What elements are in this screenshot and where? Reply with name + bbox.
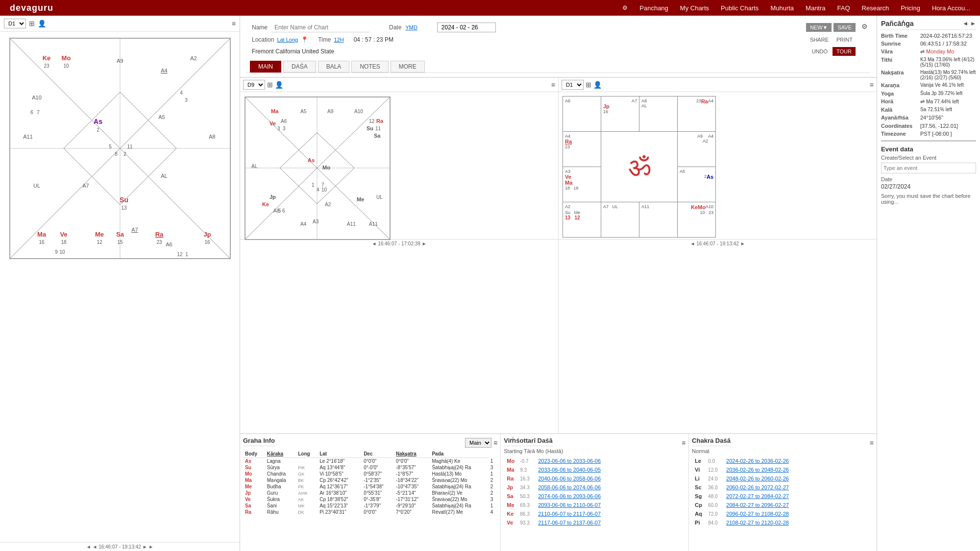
chakra-link-pi[interactable]: 2108-02-27 to 2120-02-28 — [726, 520, 789, 526]
svg-text:Me: Me — [357, 196, 364, 202]
save-button[interactable]: SAVE — [833, 23, 856, 32]
charts-area: D9D1 ⊞ 👤 ≡ — [240, 77, 877, 433]
chakra-link-aq[interactable]: 2096-02-27 to 2108-02-28 — [726, 511, 789, 517]
nav-pricing[interactable]: Pricing — [901, 4, 920, 12]
tour-button[interactable]: TOUR — [833, 47, 856, 56]
date-input[interactable] — [437, 23, 496, 32]
d1-right-type-select[interactable]: D1D9 — [562, 80, 584, 90]
date-ymd-link[interactable]: YMD — [405, 24, 417, 30]
svg-text:16: 16 — [39, 240, 45, 245]
nav-mantra[interactable]: Mantra — [806, 4, 825, 12]
tab-bala[interactable]: BALA — [318, 61, 350, 72]
pin-icon[interactable]: 📍 — [301, 36, 308, 43]
dasha-link-ma[interactable]: 2033-06-06 to 2040-06-05 — [538, 467, 601, 473]
user-icon[interactable]: 👤 — [38, 20, 46, 27]
chakra-link-cp[interactable]: 2084-02-27 to 2096-02-27 — [726, 502, 789, 508]
svg-text:7: 7 — [37, 110, 40, 115]
svg-text:23: 23 — [44, 63, 49, 69]
nav-my-charts[interactable]: My Charts — [680, 4, 709, 12]
svg-text:11: 11 — [127, 144, 133, 149]
svg-text:Ma: Ma — [271, 108, 279, 114]
d1-right-menu-icon[interactable]: ≡ — [870, 81, 874, 89]
graha-menu-icon[interactable]: ≡ — [493, 439, 497, 447]
svg-text:12: 12 — [97, 240, 102, 245]
tab-main[interactable]: MAIN — [250, 61, 281, 72]
d1-right-grid-icon[interactable]: ⊞ — [586, 81, 591, 89]
dasha-link-sa[interactable]: 2074-06-06 to 2093-06-06 — [538, 493, 601, 499]
dasha-link-me[interactable]: 2093-06-06 to 2110-06-07 — [538, 502, 601, 508]
svg-text:Mo: Mo — [61, 54, 71, 62]
svg-text:As: As — [94, 118, 102, 125]
grid-icon[interactable]: ⊞ — [29, 20, 35, 27]
svg-text:Mo: Mo — [322, 165, 330, 170]
d9-menu-icon[interactable]: ≡ — [551, 81, 555, 89]
dasha-link-jp[interactable]: 2058-06-06 to 2074-06-06 — [538, 484, 601, 490]
svg-text:A2: A2 — [325, 202, 331, 207]
gear-icon[interactable]: ⚙ — [622, 4, 628, 11]
lat-long-link[interactable]: Lat Long — [277, 37, 298, 43]
chart-nav-tabs: MAIN DAŚA BALA NOTES MORE — [246, 59, 871, 73]
tab-dasa[interactable]: DAŚA — [283, 61, 316, 72]
name-label: Name — [252, 24, 268, 31]
print-button[interactable]: PRINT — [833, 35, 856, 44]
chakra-link-le[interactable]: 2024-02-26 to 2036-02-26 — [726, 458, 789, 464]
left-next-arrow[interactable]: ► — [148, 544, 153, 550]
nav-public-charts[interactable]: Public Charts — [721, 4, 759, 12]
time-format-link[interactable]: 12H — [334, 37, 343, 43]
graha-row-sa: Sa Śani MK Aq 15°22'13" -1°3'79" -9°29'1… — [243, 503, 497, 509]
svg-text:A7: A7 — [82, 183, 89, 189]
nav-faq[interactable]: FAQ — [837, 4, 850, 12]
new-button[interactable]: NEW▼ — [806, 23, 832, 32]
d1-right-prev[interactable]: ◄ — [690, 241, 695, 246]
name-input[interactable] — [271, 23, 369, 32]
col-body: Body — [243, 450, 265, 458]
dasha-link-ke[interactable]: 2110-06-07 to 2117-06-07 — [538, 511, 601, 517]
svg-text:12: 12 — [369, 119, 375, 124]
menu-icon[interactable]: ≡ — [232, 20, 236, 27]
tab-more[interactable]: MORE — [391, 61, 425, 72]
graha-row-ve: Ve Śukra AK Cp 18°38'52" 0°-35'8" -17°31… — [243, 496, 497, 503]
nav-panchang[interactable]: Panchang — [639, 4, 668, 12]
dasha-link-ra[interactable]: 2040-06-06 to 2058-06-06 — [538, 476, 601, 481]
dasha-row-ve: Ve 93.3 2117-06-07 to 2137-06-07 — [505, 519, 685, 527]
svg-text:3: 3 — [277, 126, 280, 131]
undo-button[interactable]: UNDO — [809, 47, 831, 56]
d9-grid-icon[interactable]: ⊞ — [267, 81, 273, 89]
dasha-link-ve[interactable]: 2117-06-07 to 2137-06-07 — [538, 520, 601, 526]
graha-row-me: Me Budha PK Aq 12°36'17" -1°54'38" -10°4… — [243, 483, 497, 490]
d1-main-chart: A9 Ke 23 Mo 10 A2 A4 A10 6 7 A — [7, 36, 233, 261]
vimshottari-table: Mo -0.7 2023-06-06 to 2033-06-06 Ma 9.3 … — [504, 456, 686, 527]
panchanga-prev[interactable]: ◄ — [962, 20, 968, 27]
chakra-table: Le 0.0 2024-02-26 to 2036-02-26 Vi 12.0 … — [692, 456, 874, 527]
svg-text:A3: A3 — [313, 219, 319, 224]
share-button[interactable]: SHARE — [807, 35, 832, 44]
left-panel: D1D9 ⊞ 👤 ≡ — [0, 16, 240, 551]
graha-dropdown[interactable]: Main — [465, 438, 491, 448]
event-type-input[interactable] — [881, 163, 976, 173]
vimshottari-menu[interactable]: ≡ — [682, 439, 686, 447]
settings-icon[interactable]: ⚙ — [861, 23, 868, 30]
chakra-row-le: Le 0.0 2024-02-26 to 2036-02-26 — [693, 457, 873, 465]
chakra-link-vi[interactable]: 2036-02-26 to 2048-02-26 — [726, 467, 789, 473]
d9-type-select[interactable]: D9D1 — [243, 80, 265, 90]
chakra-link-sg[interactable]: 2072-02-27 to 2084-02-27 — [726, 493, 789, 499]
chakra-link-li[interactable]: 2048-02-26 to 2060-02-26 — [726, 476, 789, 481]
nav-muhurta[interactable]: Muhurta — [770, 4, 794, 12]
d1-right-user-icon[interactable]: 👤 — [593, 81, 602, 89]
svg-text:5: 5 — [109, 144, 112, 149]
d9-next[interactable]: ► — [422, 241, 427, 246]
nav-hora[interactable]: Hora Accou... — [932, 4, 970, 12]
left-panel-toolbar: D1D9 ⊞ 👤 ≡ — [0, 16, 240, 32]
left-chart-footer: ◄ ◄ 16:46:07 - 19:13:42 ► ► — [0, 542, 240, 551]
time-label: Time — [318, 36, 331, 43]
chakra-link-sc[interactable]: 2060-02-26 to 2072-02-27 — [726, 484, 789, 490]
d1-right-next[interactable]: ► — [740, 241, 745, 246]
chakra-menu[interactable]: ≡ — [870, 439, 874, 447]
panchanga-next[interactable]: ► — [970, 20, 976, 27]
nav-research[interactable]: Research — [862, 4, 889, 12]
left-prev-arrow[interactable]: ◄ — [86, 544, 91, 550]
dasha-link-mo[interactable]: 2023-06-06 to 2033-06-06 — [538, 458, 601, 464]
d9-user-icon[interactable]: 👤 — [275, 81, 283, 89]
left-chart-type-select[interactable]: D1D9 — [4, 19, 26, 28]
tab-notes[interactable]: NOTES — [351, 61, 388, 72]
